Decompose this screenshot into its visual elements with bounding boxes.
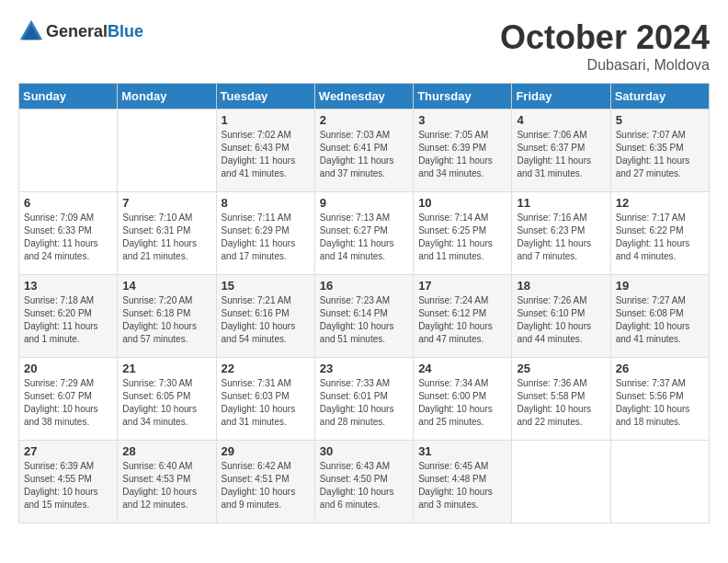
calendar-week-5: 27Sunrise: 6:39 AMSunset: 4:55 PMDayligh… [19, 441, 710, 523]
calendar-cell: 28Sunrise: 6:40 AMSunset: 4:53 PMDayligh… [118, 441, 216, 523]
day-info: Sunrise: 6:43 AMSunset: 4:50 PMDaylight:… [320, 460, 408, 511]
calendar-cell [19, 109, 118, 192]
day-info: Sunrise: 7:27 AMSunset: 6:08 PMDaylight:… [616, 294, 704, 346]
day-info: Sunrise: 6:40 AMSunset: 4:53 PMDaylight:… [122, 460, 210, 511]
day-info: Sunrise: 6:39 AMSunset: 4:55 PMDaylight:… [24, 460, 112, 511]
calendar-cell: 17Sunrise: 7:24 AMSunset: 6:12 PMDayligh… [414, 275, 512, 358]
day-info: Sunrise: 7:17 AMSunset: 6:22 PMDaylight:… [616, 212, 704, 263]
day-info: Sunrise: 7:14 AMSunset: 6:25 PMDaylight:… [418, 212, 506, 263]
calendar-cell [512, 441, 610, 523]
day-info: Sunrise: 7:36 AMSunset: 5:58 PMDaylight:… [517, 377, 605, 429]
calendar-week-1: 1Sunrise: 7:02 AMSunset: 6:43 PMDaylight… [19, 109, 710, 192]
logo-general-text: General [46, 22, 108, 40]
day-number: 5 [616, 113, 704, 127]
calendar-cell: 14Sunrise: 7:20 AMSunset: 6:18 PMDayligh… [118, 275, 216, 358]
calendar-week-2: 6Sunrise: 7:09 AMSunset: 6:33 PMDaylight… [19, 192, 710, 275]
day-info: Sunrise: 7:29 AMSunset: 6:07 PMDaylight:… [24, 377, 112, 429]
day-number: 15 [222, 279, 310, 293]
day-info: Sunrise: 7:26 AMSunset: 6:10 PMDaylight:… [517, 294, 605, 346]
location-title: Dubasari, Moldova [500, 57, 710, 74]
day-info: Sunrise: 7:37 AMSunset: 5:56 PMDaylight:… [616, 377, 704, 429]
calendar-cell: 5Sunrise: 7:07 AMSunset: 6:35 PMDaylight… [610, 109, 709, 192]
calendar-cell: 7Sunrise: 7:10 AMSunset: 6:31 PMDaylight… [118, 192, 216, 275]
day-info: Sunrise: 7:21 AMSunset: 6:16 PMDaylight:… [222, 294, 310, 346]
weekday-header-tuesday: Tuesday [216, 84, 314, 109]
calendar-cell [610, 441, 709, 523]
calendar-cell: 1Sunrise: 7:02 AMSunset: 6:43 PMDaylight… [216, 109, 314, 192]
page-header: GeneralBlue October 2024 Dubasari, Moldo… [18, 18, 710, 74]
day-info: Sunrise: 7:02 AMSunset: 6:43 PMDaylight:… [222, 129, 310, 180]
day-number: 6 [24, 196, 112, 210]
day-info: Sunrise: 7:05 AMSunset: 6:39 PMDaylight:… [418, 129, 506, 180]
day-info: Sunrise: 7:24 AMSunset: 6:12 PMDaylight:… [418, 294, 506, 346]
calendar-cell: 31Sunrise: 6:45 AMSunset: 4:48 PMDayligh… [414, 441, 512, 523]
day-info: Sunrise: 7:11 AMSunset: 6:29 PMDaylight:… [222, 212, 310, 263]
calendar-cell: 23Sunrise: 7:33 AMSunset: 6:01 PMDayligh… [314, 358, 413, 441]
day-info: Sunrise: 7:06 AMSunset: 6:37 PMDaylight:… [517, 129, 605, 180]
calendar-cell: 12Sunrise: 7:17 AMSunset: 6:22 PMDayligh… [610, 192, 709, 275]
day-number: 25 [517, 362, 605, 375]
calendar-cell: 26Sunrise: 7:37 AMSunset: 5:56 PMDayligh… [610, 358, 709, 441]
day-number: 11 [517, 196, 605, 210]
day-number: 21 [122, 362, 210, 375]
day-info: Sunrise: 7:10 AMSunset: 6:31 PMDaylight:… [122, 212, 210, 263]
calendar-week-3: 13Sunrise: 7:18 AMSunset: 6:20 PMDayligh… [19, 275, 710, 358]
calendar-cell: 15Sunrise: 7:21 AMSunset: 6:16 PMDayligh… [216, 275, 314, 358]
day-number: 27 [24, 444, 112, 458]
day-number: 20 [24, 362, 112, 375]
day-number: 18 [517, 279, 605, 293]
calendar-cell: 4Sunrise: 7:06 AMSunset: 6:37 PMDaylight… [512, 109, 610, 192]
weekday-header-saturday: Saturday [610, 84, 709, 109]
day-number: 9 [320, 196, 408, 210]
day-number: 17 [418, 279, 506, 293]
day-number: 10 [418, 196, 506, 210]
calendar-cell: 16Sunrise: 7:23 AMSunset: 6:14 PMDayligh… [314, 275, 413, 358]
calendar-cell: 6Sunrise: 7:09 AMSunset: 6:33 PMDaylight… [19, 192, 118, 275]
weekday-header-monday: Monday [118, 84, 216, 109]
calendar-cell: 21Sunrise: 7:30 AMSunset: 6:05 PMDayligh… [118, 358, 216, 441]
day-number: 4 [517, 113, 605, 127]
day-info: Sunrise: 6:42 AMSunset: 4:51 PMDaylight:… [222, 460, 310, 511]
logo-icon [18, 18, 44, 44]
weekday-header-row: SundayMondayTuesdayWednesdayThursdayFrid… [19, 84, 710, 109]
month-title: October 2024 [500, 18, 710, 57]
calendar-week-4: 20Sunrise: 7:29 AMSunset: 6:07 PMDayligh… [19, 358, 710, 441]
day-number: 23 [320, 362, 408, 375]
weekday-header-thursday: Thursday [414, 84, 512, 109]
calendar-cell: 24Sunrise: 7:34 AMSunset: 6:00 PMDayligh… [414, 358, 512, 441]
day-number: 30 [320, 444, 408, 458]
calendar-cell: 18Sunrise: 7:26 AMSunset: 6:10 PMDayligh… [512, 275, 610, 358]
day-number: 8 [222, 196, 310, 210]
day-info: Sunrise: 7:18 AMSunset: 6:20 PMDaylight:… [24, 294, 112, 346]
day-number: 3 [418, 113, 506, 127]
weekday-header-friday: Friday [512, 84, 610, 109]
day-number: 14 [122, 279, 210, 293]
day-info: Sunrise: 7:03 AMSunset: 6:41 PMDaylight:… [320, 129, 408, 180]
calendar-cell: 29Sunrise: 6:42 AMSunset: 4:51 PMDayligh… [216, 441, 314, 523]
calendar-table: SundayMondayTuesdayWednesdayThursdayFrid… [18, 83, 710, 523]
day-number: 13 [24, 279, 112, 293]
day-number: 16 [320, 279, 408, 293]
day-info: Sunrise: 7:34 AMSunset: 6:00 PMDaylight:… [418, 377, 506, 429]
day-info: Sunrise: 6:45 AMSunset: 4:48 PMDaylight:… [418, 460, 506, 511]
day-number: 29 [222, 444, 310, 458]
day-number: 1 [222, 113, 310, 127]
weekday-header-sunday: Sunday [19, 84, 118, 109]
day-number: 28 [122, 444, 210, 458]
day-info: Sunrise: 7:23 AMSunset: 6:14 PMDaylight:… [320, 294, 408, 346]
calendar-cell: 11Sunrise: 7:16 AMSunset: 6:23 PMDayligh… [512, 192, 610, 275]
calendar-cell: 30Sunrise: 6:43 AMSunset: 4:50 PMDayligh… [314, 441, 413, 523]
title-block: October 2024 Dubasari, Moldova [500, 18, 710, 74]
calendar-cell: 3Sunrise: 7:05 AMSunset: 6:39 PMDaylight… [414, 109, 512, 192]
logo-blue-text: Blue [108, 22, 143, 40]
calendar-cell: 2Sunrise: 7:03 AMSunset: 6:41 PMDaylight… [314, 109, 413, 192]
calendar-cell: 19Sunrise: 7:27 AMSunset: 6:08 PMDayligh… [610, 275, 709, 358]
day-info: Sunrise: 7:31 AMSunset: 6:03 PMDaylight:… [222, 377, 310, 429]
day-number: 31 [418, 444, 506, 458]
calendar-cell [118, 109, 216, 192]
day-info: Sunrise: 7:07 AMSunset: 6:35 PMDaylight:… [616, 129, 704, 180]
weekday-header-wednesday: Wednesday [314, 84, 413, 109]
day-info: Sunrise: 7:20 AMSunset: 6:18 PMDaylight:… [122, 294, 210, 346]
calendar-cell: 8Sunrise: 7:11 AMSunset: 6:29 PMDaylight… [216, 192, 314, 275]
day-info: Sunrise: 7:09 AMSunset: 6:33 PMDaylight:… [24, 212, 112, 263]
